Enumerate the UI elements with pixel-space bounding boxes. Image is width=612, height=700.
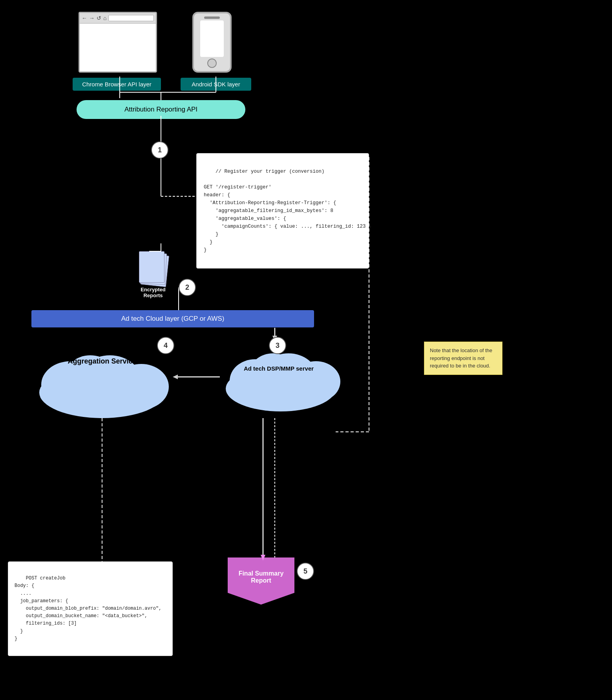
browser-icon: ← → ↺ ⌂ — [79, 12, 157, 73]
phone-speaker — [204, 16, 220, 19]
step-2-circle: 2 — [179, 279, 196, 296]
post-create-job-code: POST createJob Body: { .... job_paramete… — [8, 561, 173, 656]
encrypted-reports-icon: Encrypted Reports — [132, 251, 175, 298]
aggregation-service-label: Aggregation Service — [43, 357, 161, 366]
address-bar — [108, 15, 154, 21]
back-icon: ← — [82, 15, 87, 21]
svg-point-3 — [114, 364, 169, 409]
cloud-bar: Ad tech Cloud layer (GCP or AWS) — [31, 310, 314, 327]
diagram-container: ← → ↺ ⌂ Chrome Browser API layer Android… — [0, 0, 612, 700]
code-box-trigger: // Register your trigger (conversion) GE… — [196, 153, 369, 269]
aggregation-cloud-svg — [31, 330, 173, 420]
adtech-dsp-label: Ad tech DSP/MMP server — [224, 365, 334, 372]
attribution-api-pill: Attribution Reporting API — [77, 100, 245, 119]
final-summary-report: Final Summary Report — [228, 557, 294, 605]
doc-page-3 — [139, 251, 164, 283]
encrypted-reports-label: Encrypted Reports — [132, 287, 175, 298]
step-3-circle: 3 — [269, 337, 286, 354]
home-icon: ⌂ — [103, 15, 106, 21]
svg-marker-21 — [173, 375, 178, 379]
chrome-layer-label: Chrome Browser API layer — [73, 78, 161, 91]
svg-point-9 — [250, 353, 296, 391]
note-box: Note that the location of the reporting … — [424, 342, 502, 375]
step-4-circle: 4 — [157, 337, 174, 354]
phone-home-button — [207, 58, 217, 68]
refresh-icon: ↺ — [97, 15, 101, 21]
doc-stack — [137, 251, 169, 285]
step-5-circle: 5 — [297, 563, 314, 580]
phone-screen — [200, 20, 224, 57]
phone-icon — [192, 12, 232, 73]
browser-content — [80, 24, 156, 67]
android-layer-label: Android SDK layer — [181, 78, 251, 91]
forward-icon: → — [89, 15, 95, 21]
step-1-circle: 1 — [151, 141, 168, 159]
